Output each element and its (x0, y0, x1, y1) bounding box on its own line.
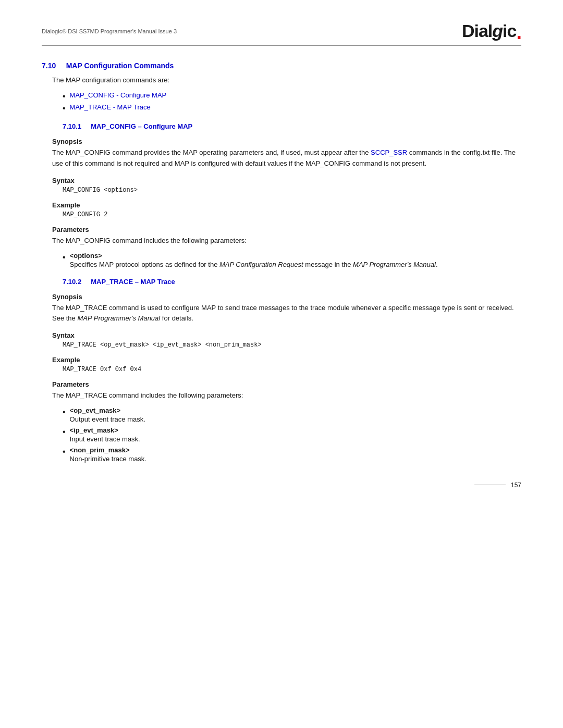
parameters-label-2: Parameters (42, 380, 521, 388)
header-text: Dialogic® DSI SS7MD Programmer's Manual … (42, 28, 177, 34)
section-7102-title: MAP_TRACE – MAP Trace (91, 278, 175, 286)
section-7102-heading: 7.10.2 MAP_TRACE – MAP Trace (42, 278, 521, 286)
param-options-desc: Specifies MAP protocol options as define… (70, 261, 438, 268)
param-non-prim-name: <non_prim_mask> (70, 446, 146, 454)
page-footer: 157 (474, 482, 521, 489)
param-ip-evt-mask: <ip_evt_mask> Input event trace mask. (63, 426, 521, 443)
synopsis-text-1: The MAP_CONFIG command provides the MAP … (52, 149, 369, 156)
section-710-heading: 7.10 MAP Configuration Commands (42, 61, 521, 70)
section-7101-heading: 7.10.1 MAP_CONFIG – Configure MAP (42, 122, 521, 130)
section-7101-number: 7.10.1 (63, 122, 81, 130)
param-options-item: <options> Specifies MAP protocol options… (70, 252, 438, 268)
param-ip-item: <ip_evt_mask> Input event trace mask. (70, 426, 140, 443)
syntax-label-2: Syntax (42, 331, 521, 339)
syntax-label-1: Syntax (42, 177, 521, 184)
synopsis-text2-7102: for details. (162, 314, 193, 322)
logo: Dialgic. (462, 21, 521, 41)
section-710-bullets: MAP_CONFIG - Configure MAP MAP_TRACE - M… (42, 91, 521, 113)
parameters-intro-1: The MAP_CONFIG command includes the foll… (42, 236, 521, 246)
logo-text: Dialgic. (462, 21, 521, 41)
example-label-2: Example (42, 356, 521, 364)
synopsis-label-1: Synopsis (42, 138, 521, 145)
param-list-1: <options> Specifies MAP protocol options… (42, 252, 521, 268)
sccp-ssr-link[interactable]: SCCP_SSR (371, 149, 407, 156)
param-options: <options> Specifies MAP protocol options… (63, 252, 521, 268)
parameters-label-1: Parameters (42, 226, 521, 233)
section-710-number: 7.10 (42, 61, 56, 70)
example-code-2: MAP_TRACE 0xf 0xf 0x4 (42, 366, 521, 373)
param-ip-desc: Input event trace mask. (70, 435, 140, 443)
param-options-name: <options> (70, 252, 438, 260)
example-code-1: MAP_CONFIG 2 (42, 211, 521, 218)
section-710-intro: The MAP configuration commands are: (42, 75, 521, 86)
param-op-name: <op_evt_mask> (70, 406, 145, 414)
map-trace-link[interactable]: MAP_TRACE - MAP Trace (70, 103, 151, 111)
param-list-2: <op_evt_mask> Output event trace mask. <… (42, 406, 521, 463)
param-op-evt-mask: <op_evt_mask> Output event trace mask. (63, 406, 521, 423)
synopsis-label-2: Synopsis (42, 293, 521, 301)
param-op-item: <op_evt_mask> Output event trace mask. (70, 406, 145, 423)
param-non-prim-item: <non_prim_mask> Non-primitive trace mask… (70, 446, 146, 463)
section-7101-synopsis: The MAP_CONFIG command provides the MAP … (42, 147, 521, 169)
footer-line (474, 485, 506, 485)
example-label-1: Example (42, 201, 521, 209)
bullet-map-config: MAP_CONFIG - Configure MAP (63, 91, 521, 101)
map-config-link[interactable]: MAP_CONFIG - Configure MAP (70, 91, 167, 99)
section-7102-number: 7.10.2 (63, 278, 81, 286)
section-7102-synopsis: The MAP_TRACE command is used to configu… (42, 303, 521, 325)
param-ip-name: <ip_evt_mask> (70, 426, 140, 434)
param-non-prim-mask: <non_prim_mask> Non-primitive trace mask… (63, 446, 521, 463)
param-op-desc: Output event trace mask. (70, 415, 145, 423)
parameters-intro-2: The MAP_TRACE command includes the follo… (42, 390, 521, 401)
syntax-code-2: MAP_TRACE <op_evt_mask> <ip_evt_mask> <n… (42, 341, 521, 349)
param-non-prim-desc: Non-primitive trace mask. (70, 455, 146, 463)
page-number: 157 (511, 482, 521, 489)
bullet-map-trace: MAP_TRACE - MAP Trace (63, 103, 521, 113)
syntax-code-1: MAP_CONFIG <options> (42, 187, 521, 194)
section-7101-title: MAP_CONFIG – Configure MAP (91, 122, 192, 130)
section-710-title: MAP Configuration Commands (66, 61, 174, 70)
page-header: Dialogic® DSI SS7MD Programmer's Manual … (42, 21, 521, 46)
synopsis-italic-7102: MAP Programmer's Manual (77, 314, 160, 322)
